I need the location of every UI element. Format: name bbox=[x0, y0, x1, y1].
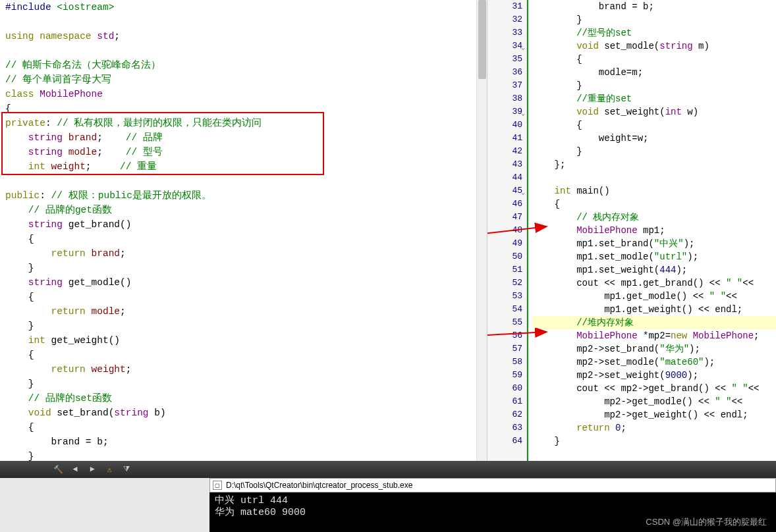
filter-icon[interactable]: ⧩ bbox=[121, 464, 132, 475]
bottom-toolbar: 🔨 ◄ ► ⚠ ⧩ bbox=[0, 461, 776, 478]
console-area: ▢ D:\qt\Tools\QtCreator\bin\qtcreator_pr… bbox=[0, 478, 776, 532]
arrow-right-icon[interactable]: ► bbox=[87, 464, 97, 475]
watermark: CSDN @满山的猴子我的腚最红 bbox=[646, 516, 767, 528]
right-code-pane[interactable]: 31323334⌄3536373839⌄404142434445⌄4647484… bbox=[487, 0, 776, 461]
scrollbar-vertical[interactable] bbox=[476, 0, 487, 461]
console-window-icon: ▢ bbox=[213, 481, 222, 490]
console-left-gap bbox=[0, 478, 209, 532]
scrollbar-thumb[interactable] bbox=[478, 0, 486, 79]
console-titlebar[interactable]: ▢ D:\qt\Tools\QtCreator\bin\qtcreator_pr… bbox=[209, 478, 776, 492]
line-number-gutter: 31323334⌄3536373839⌄404142434445⌄4647484… bbox=[487, 0, 527, 461]
left-code-pane[interactable]: #include <iostream> using namespace std;… bbox=[0, 0, 487, 461]
comment: // 帕斯卡命名法（大驼峰命名法） bbox=[5, 60, 161, 70]
left-code[interactable]: #include <iostream> using namespace std;… bbox=[0, 0, 487, 461]
preproc: #include bbox=[5, 2, 51, 13]
arrow-left-icon[interactable]: ◄ bbox=[70, 464, 80, 475]
right-code[interactable]: brand = b; } //型号的set void set_modle(str… bbox=[527, 0, 776, 461]
console-title: D:\qt\Tools\QtCreator\bin\qtcreator_proc… bbox=[226, 481, 412, 490]
warning-icon[interactable]: ⚠ bbox=[104, 464, 115, 475]
build-icon[interactable]: 🔨 bbox=[53, 464, 63, 475]
